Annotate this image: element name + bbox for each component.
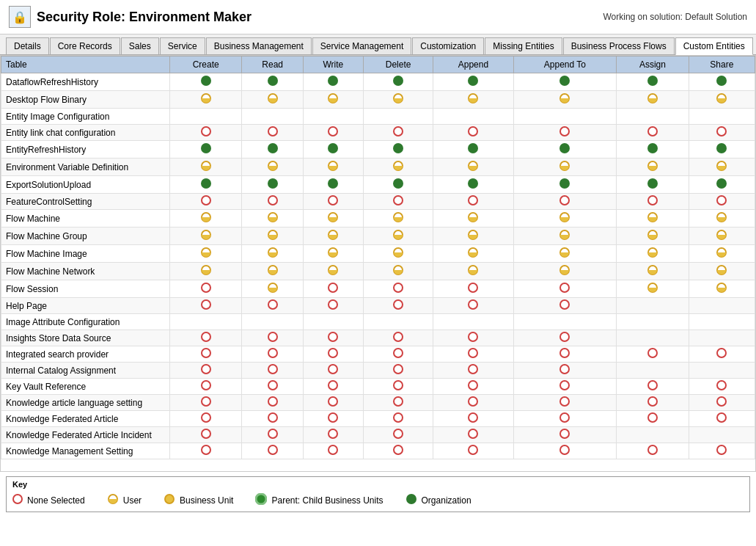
user-icon[interactable] [327,268,339,278]
perm-create[interactable] [170,330,242,346]
perm-assign[interactable] [617,141,689,159]
none-selected-icon[interactable] [647,398,658,409]
organization-icon[interactable] [467,146,479,156]
user-icon[interactable] [559,268,570,278]
none-selected-icon[interactable] [268,128,278,139]
user-icon[interactable] [392,268,404,278]
user-icon[interactable] [107,493,119,507]
none-selected-icon[interactable] [268,431,278,441]
none-selected-icon[interactable] [559,431,570,441]
user-icon[interactable] [327,164,339,174]
perm-read[interactable] [242,176,304,194]
user-icon[interactable] [716,215,727,225]
perm-write[interactable] [303,346,363,363]
none-selected-icon[interactable] [559,350,570,360]
perm-create[interactable] [170,73,242,91]
perm-write[interactable] [303,443,363,459]
user-icon[interactable] [716,96,727,106]
perm-appendTo[interactable] [513,314,617,330]
tab-service[interactable]: Service [160,37,205,54]
none-selected-icon[interactable] [328,302,338,312]
none-selected-icon[interactable] [268,197,278,208]
perm-read[interactable] [242,363,304,379]
perm-create[interactable] [170,176,242,194]
none-selected-icon[interactable] [559,447,570,457]
tab-custom-entities[interactable]: Custom Entities [675,37,753,55]
none-selected-icon[interactable] [716,350,727,360]
user-icon[interactable] [559,215,570,225]
none-selected-icon[interactable] [468,334,478,344]
perm-share[interactable] [689,245,755,263]
none-selected-icon[interactable] [559,197,570,208]
organization-icon[interactable] [267,181,279,192]
none-selected-icon[interactable] [559,382,570,393]
none-selected-icon[interactable] [559,285,570,295]
perm-share[interactable] [689,73,755,91]
perm-delete[interactable] [363,141,433,159]
perm-append[interactable] [433,210,513,228]
tab-missing-entities[interactable]: Missing Entities [485,37,562,54]
none-selected-icon[interactable] [328,350,338,360]
none-selected-icon[interactable] [393,431,403,441]
user-icon[interactable] [647,268,658,278]
perm-appendTo[interactable] [513,298,617,314]
perm-share[interactable] [689,210,755,228]
organization-icon[interactable] [200,181,212,192]
none-selected-icon[interactable] [393,128,403,139]
perm-share[interactable] [689,125,755,141]
perm-write[interactable] [303,330,363,346]
perm-assign[interactable] [617,245,689,263]
perm-read[interactable] [242,280,304,298]
none-selected-icon[interactable] [393,350,403,360]
perm-read[interactable] [242,379,304,395]
user-icon[interactable] [200,268,212,278]
none-selected-icon[interactable] [201,366,211,376]
perm-append[interactable] [433,73,513,91]
perm-read[interactable] [242,411,304,427]
perm-appendTo[interactable] [513,346,617,363]
user-icon[interactable] [392,164,404,174]
organization-icon[interactable] [200,79,212,89]
perm-write[interactable] [303,210,363,228]
none-selected-icon[interactable] [716,128,727,139]
tab-business-management[interactable]: Business Management [206,37,312,54]
perm-delete[interactable] [363,176,433,194]
none-selected-icon[interactable] [647,382,658,393]
permissions-table-container[interactable]: TableCreateReadWriteDeleteAppendAppend T… [0,55,756,472]
perm-delete[interactable] [363,73,433,91]
perm-delete[interactable] [363,379,433,395]
perm-read[interactable] [242,194,304,210]
perm-delete[interactable] [363,346,433,363]
perm-read[interactable] [242,314,304,330]
none-selected-icon[interactable] [268,302,278,312]
perm-create[interactable] [170,194,242,210]
none-selected-icon[interactable] [201,128,211,139]
perm-share[interactable] [689,363,755,379]
perm-share[interactable] [689,379,755,395]
user-icon[interactable] [267,268,279,278]
none-selected-icon[interactable] [559,415,570,425]
perm-appendTo[interactable] [513,210,617,228]
perm-append[interactable] [433,298,513,314]
none-selected-icon[interactable] [468,128,478,139]
organization-icon[interactable] [559,146,570,156]
perm-assign[interactable] [617,379,689,395]
perm-create[interactable] [170,263,242,280]
none-selected-icon[interactable] [559,128,570,139]
user-icon[interactable] [200,250,212,261]
none-selected-icon[interactable] [716,447,727,457]
perm-appendTo[interactable] [513,141,617,159]
perm-appendTo[interactable] [513,411,617,427]
none-selected-icon[interactable] [393,302,403,312]
perm-delete[interactable] [363,411,433,427]
perm-write[interactable] [303,141,363,159]
user-icon[interactable] [647,285,658,296]
none-selected-icon[interactable] [201,197,211,208]
organization-icon[interactable] [467,79,479,89]
none-selected-icon[interactable] [268,350,278,360]
none-selected-icon[interactable] [468,366,478,376]
user-icon[interactable] [327,250,339,261]
perm-assign[interactable] [617,443,689,459]
none-selected-icon[interactable] [393,382,403,393]
perm-create[interactable] [170,109,242,125]
